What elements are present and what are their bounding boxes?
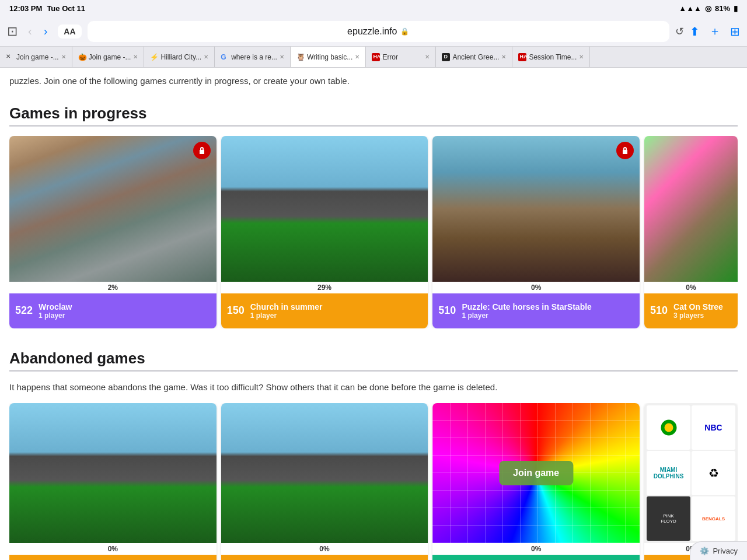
card-footer-cat: 510 Cat On Stree 3 players: [644, 293, 738, 328]
logo-bp: [647, 405, 690, 450]
abandoned-footer-3: 84 The colors of light no players: [432, 555, 640, 560]
tab-2[interactable]: 🎃 Join game -... ✕: [72, 47, 145, 67]
logo-recycle: ♻: [692, 451, 735, 495]
logo-bengals: BENGALS: [692, 496, 735, 541]
tab-label-4: where is a re...: [231, 53, 277, 61]
abandoned-progress-3: 0%: [432, 543, 640, 555]
abandoned-progress-2: 0%: [221, 543, 428, 555]
signal-icon: ◎: [705, 4, 711, 13]
games-in-progress-grid: 2% 522 Wroclaw 1 player 29% 150 Church i…: [9, 136, 738, 328]
card-title-2: Church in summer: [250, 302, 323, 312]
card-number-1: 522: [15, 304, 33, 317]
tab-close-8[interactable]: ✕: [579, 54, 584, 60]
tab-6[interactable]: HAC Error ✕: [366, 47, 436, 67]
section-title-in-progress: Games in progress: [9, 97, 738, 127]
tab-favicon-bolt: ⚡: [150, 53, 158, 61]
tab-close-2[interactable]: ✕: [133, 54, 138, 60]
tab-close-4[interactable]: ✕: [280, 54, 284, 60]
tab-4[interactable]: G where is a re... ✕: [215, 47, 291, 67]
text-size-button[interactable]: AA: [58, 24, 81, 38]
date: Tue Oct 11: [47, 4, 85, 13]
game-card-cat[interactable]: 0% 510 Cat On Stree 3 players: [644, 136, 738, 328]
abandoned-card-colors[interactable]: Join game 0% 84 The colors of light no p…: [432, 403, 640, 560]
tab-label-2: Join game -...: [89, 53, 131, 61]
logo-pinkfloyd: PINKFLOYD: [647, 496, 690, 541]
card-footer-wroclaw: 522 Wroclaw 1 player: [9, 293, 217, 328]
svg-point-1: [624, 151, 626, 153]
section-title-abandoned: Abandoned games: [9, 342, 738, 372]
progress-3: 0%: [432, 282, 640, 293]
tab-label-8: Session Time...: [529, 53, 577, 61]
abandoned-progress-1: 0%: [9, 543, 217, 555]
status-left: 12:03 PM Tue Oct 11: [9, 4, 85, 13]
url-bar[interactable]: epuzzle.info 🔒: [88, 21, 669, 42]
progress-1: 2%: [9, 282, 217, 293]
abandoned-description: It happens that someone abandons the gam…: [9, 381, 738, 394]
card-info-4: Cat On Stree 3 players: [673, 302, 723, 320]
browser-chrome: ⊡ ‹ › AA epuzzle.info 🔒 ↺ ⬆ ＋ ⊞: [0, 16, 747, 47]
lock-icon: 🔒: [400, 27, 409, 36]
tab-close-5[interactable]: ✕: [355, 54, 359, 60]
card-title-3: Puzzle: Cute horses in StarStable: [462, 302, 592, 312]
card-footer-horse: 510 Puzzle: Cute horses in StarStable 1 …: [432, 293, 640, 328]
tab-close-6[interactable]: ✕: [425, 54, 430, 60]
game-card-horse[interactable]: 0% 510 Puzzle: Cute horses in StarStable…: [432, 136, 640, 328]
forward-button[interactable]: ›: [39, 22, 53, 40]
abandoned-card-logos[interactable]: NBC MIAMIDOLPHINS ♻ PINKFLOYD BENGALS 0%…: [644, 403, 738, 560]
tabs-button[interactable]: ⊞: [730, 24, 740, 38]
tab-label-6: Error: [382, 53, 423, 61]
tab-favicon-duolingo: 🦉: [296, 53, 305, 61]
refresh-button[interactable]: ↺: [675, 25, 684, 38]
card-info-1: Wroclaw 1 player: [39, 302, 72, 320]
abandoned-footer-1: 150 Church in summer no players: [9, 555, 217, 560]
tab-7[interactable]: D Ancient Gree... ✕: [436, 47, 512, 67]
lock-badge-1: [193, 142, 211, 159]
card-number-2: 150: [227, 304, 245, 317]
card-players-1: 1 player: [39, 312, 72, 320]
status-right: ▲▲▲ ◎ 81% ▮: [679, 4, 738, 13]
card-title-4: Cat On Stree: [673, 302, 723, 312]
logo-dolphins: MIAMIDOLPHINS: [647, 451, 690, 495]
tab-close-1[interactable]: ✕: [61, 54, 66, 60]
tab-favicon-hac-2: HAC: [518, 53, 526, 61]
main-content: puzzles. Join one of the following games…: [0, 68, 747, 560]
share-button[interactable]: ⬆: [690, 24, 700, 38]
game-card-church-summer[interactable]: 29% 150 Church in summer 1 player: [221, 136, 428, 328]
url-text: epuzzle.info: [347, 26, 397, 37]
progress-4: 0%: [644, 282, 738, 293]
tab-1[interactable]: ✕ Join game -... ✕: [0, 47, 72, 67]
abandoned-card-2[interactable]: 0% 117 Church in summer no players: [221, 403, 428, 560]
time: 12:03 PM: [9, 4, 42, 13]
tab-close-3[interactable]: ✕: [204, 54, 208, 60]
status-bar: 12:03 PM Tue Oct 11 ▲▲▲ ◎ 81% ▮: [0, 0, 747, 16]
battery-icon: ▮: [734, 4, 738, 13]
tab-8[interactable]: HAC Session Time... ✕: [512, 47, 590, 67]
privacy-badge[interactable]: ⚙️ Privacy: [690, 541, 747, 560]
wifi-icon: ▲▲▲: [679, 4, 701, 13]
card-footer-church: 150 Church in summer 1 player: [221, 293, 428, 328]
tab-favicon-hac-1: HAC: [372, 53, 380, 61]
card-title-1: Wroclaw: [39, 302, 72, 312]
tab-favicon-close: ✕: [6, 53, 14, 61]
privacy-icon: ⚙️: [700, 547, 709, 555]
tab-close-7[interactable]: ✕: [501, 54, 506, 60]
abandoned-games-grid: 0% 150 Church in summer no players 0% 11…: [9, 403, 738, 560]
back-button[interactable]: ‹: [23, 22, 37, 40]
tab-5[interactable]: 🦉 Writing basic... ✕: [291, 47, 366, 67]
abandoned-card-1[interactable]: 0% 150 Church in summer no players: [9, 403, 217, 560]
logo-nbc: NBC: [692, 405, 735, 450]
card-info-2: Church in summer 1 player: [250, 302, 323, 320]
game-card-wroclaw[interactable]: 2% 522 Wroclaw 1 player: [9, 136, 217, 328]
card-info-3: Puzzle: Cute horses in StarStable 1 play…: [462, 302, 592, 320]
tab-label-7: Ancient Gree...: [452, 53, 499, 61]
join-game-button[interactable]: Join game: [499, 461, 573, 485]
svg-point-3: [664, 424, 673, 432]
privacy-label: Privacy: [713, 547, 738, 555]
card-number-4: 510: [650, 304, 668, 317]
tab-favicon-d: D: [442, 53, 450, 61]
nav-buttons: ‹ ›: [23, 22, 52, 40]
add-tab-button[interactable]: ＋: [709, 23, 721, 39]
sidebar-button[interactable]: ⊡: [7, 24, 18, 39]
tab-3[interactable]: ⚡ Hilliard City... ✕: [144, 47, 215, 67]
tab-label-3: Hilliard City...: [160, 53, 201, 61]
